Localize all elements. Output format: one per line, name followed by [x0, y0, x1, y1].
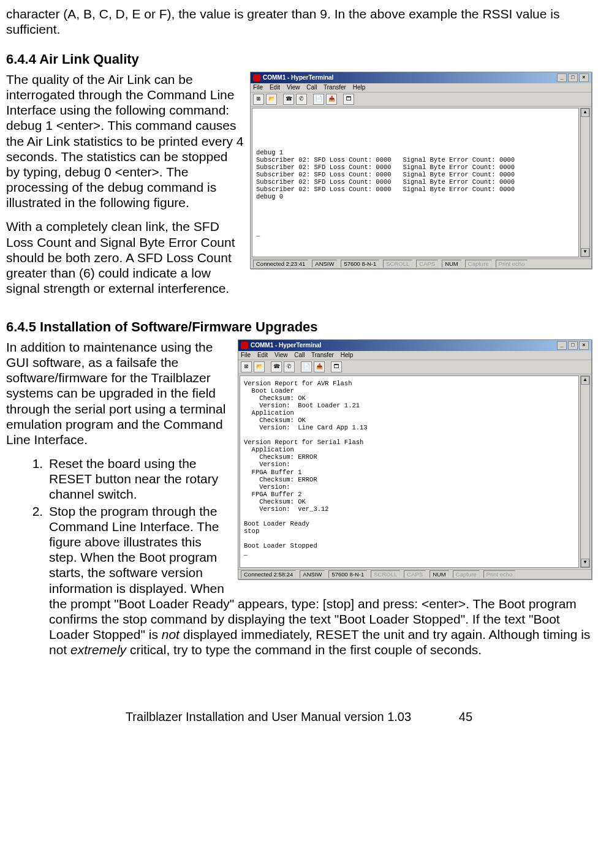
menu-help[interactable]: Help — [353, 84, 366, 91]
hyperterminal-window-version: COMM1 - HyperTerminal _ □ × File Edit Vi… — [238, 339, 592, 579]
section-644-body: COMM1 - HyperTerminal _ □ × File Edit Vi… — [6, 72, 592, 305]
menu-call[interactable]: Call — [306, 84, 317, 91]
hyperterminal-window-debug: COMM1 - HyperTerminal _ □ × File Edit Vi… — [250, 72, 592, 269]
status-detect: ANSIW — [300, 570, 325, 578]
section-645-body: COMM1 - HyperTerminal _ □ × File Edit Vi… — [6, 339, 592, 666]
menu-transfer[interactable]: Transfer — [311, 352, 334, 358]
status-detect: ANSIW — [312, 260, 337, 268]
toolbar-open-icon[interactable]: 📂 — [266, 94, 277, 105]
status-capture: Capture — [453, 570, 480, 578]
toolbar-connect-icon[interactable]: ☎ — [283, 94, 294, 105]
hyperterminal-toolbar: 🗎 📂 ☎ ✆ 📄 📥 🗔 — [251, 92, 591, 107]
step-2-text-c: critical, try to type the command in the… — [126, 643, 482, 657]
toolbar-disconnect-icon[interactable]: ✆ — [296, 94, 307, 105]
footer-title: Trailblazer Installation and User Manual… — [126, 710, 411, 723]
toolbar-send-icon[interactable]: 📄 — [301, 361, 312, 372]
hyperterminal-icon — [241, 342, 248, 349]
scroll-up-icon[interactable]: ▲ — [581, 376, 589, 385]
status-echo: Print echo — [483, 570, 516, 578]
maximize-button[interactable]: □ — [568, 341, 578, 350]
toolbar-connect-icon[interactable]: ☎ — [271, 361, 282, 372]
step-2-not: not — [162, 627, 180, 641]
vertical-scrollbar[interactable]: ▲ ▼ — [580, 376, 590, 568]
intro-partial-paragraph: character (A, B, C, D, E or F), the valu… — [6, 6, 592, 37]
hyperterminal-icon — [253, 74, 260, 81]
scroll-down-icon[interactable]: ▼ — [581, 559, 589, 567]
toolbar-receive-icon[interactable]: 📥 — [314, 361, 325, 372]
hyperterminal-statusbar: Connected 2:23:41 ANSIW 57600 8-N-1 SCRO… — [251, 259, 591, 268]
hyperterminal-menubar[interactable]: File Edit View Call Transfer Help — [238, 351, 591, 360]
menu-file[interactable]: File — [253, 84, 263, 91]
hyperterminal-title: COMM1 - HyperTerminal — [263, 74, 333, 81]
close-button[interactable]: × — [579, 341, 589, 350]
minimize-button[interactable]: _ — [557, 74, 567, 82]
close-button[interactable]: × — [579, 74, 589, 82]
status-echo: Print echo — [496, 260, 528, 268]
menu-help[interactable]: Help — [341, 352, 354, 358]
toolbar-new-icon[interactable]: 🗎 — [241, 361, 252, 372]
status-caps: CAPS — [404, 570, 426, 578]
hyperterminal-terminal-output[interactable]: debug 1 Subscriber 02: SFD Loss Count: 0… — [252, 108, 579, 257]
status-scroll: SCROLL — [383, 260, 412, 268]
status-capture: Capture — [465, 260, 492, 268]
menu-call[interactable]: Call — [294, 352, 305, 358]
menu-file[interactable]: File — [241, 352, 251, 358]
page-footer: Trailblazer Installation and User Manual… — [6, 709, 592, 724]
menu-edit[interactable]: Edit — [270, 84, 280, 91]
hyperterminal-titlebar: COMM1 - HyperTerminal _ □ × — [251, 72, 591, 83]
toolbar-open-icon[interactable]: 📂 — [254, 361, 265, 372]
minimize-button[interactable]: _ — [557, 341, 567, 350]
toolbar-properties-icon[interactable]: 🗔 — [331, 361, 342, 372]
menu-view[interactable]: View — [274, 352, 288, 358]
scroll-down-icon[interactable]: ▼ — [581, 248, 589, 257]
hyperterminal-menubar[interactable]: File Edit View Call Transfer Help — [251, 83, 591, 92]
section-645-heading: 6.4.5 Installation of Software/Firmware … — [6, 319, 592, 335]
step-2-extremely: extremely — [70, 643, 126, 657]
status-caps: CAPS — [416, 260, 438, 268]
section-644-heading: 6.4.4 Air Link Quality — [6, 51, 592, 67]
status-num: NUM — [430, 570, 449, 578]
menu-view[interactable]: View — [287, 84, 300, 91]
hyperterminal-statusbar: Connected 2:58:24 ANSIW 57600 8-N-1 SCRO… — [238, 569, 591, 579]
toolbar-disconnect-icon[interactable]: ✆ — [284, 361, 295, 372]
menu-transfer[interactable]: Transfer — [324, 84, 346, 91]
footer-page-number: 45 — [459, 710, 472, 723]
status-connected: Connected 2:58:24 — [241, 570, 296, 578]
toolbar-send-icon[interactable]: 📄 — [313, 94, 324, 105]
toolbar-new-icon[interactable]: 🗎 — [253, 94, 264, 105]
status-num: NUM — [442, 260, 461, 268]
scroll-up-icon[interactable]: ▲ — [581, 108, 589, 117]
status-connected: Connected 2:23:41 — [253, 260, 308, 268]
hyperterminal-toolbar: 🗎 📂 ☎ ✆ 📄 📥 🗔 — [238, 360, 591, 374]
status-port: 57600 8-N-1 — [328, 570, 367, 578]
hyperterminal-title: COMM1 - HyperTerminal — [251, 342, 321, 349]
status-scroll: SCROLL — [371, 570, 400, 578]
status-port: 57600 8-N-1 — [341, 260, 379, 268]
maximize-button[interactable]: □ — [568, 74, 578, 82]
hyperterminal-titlebar: COMM1 - HyperTerminal _ □ × — [238, 340, 591, 351]
menu-edit[interactable]: Edit — [257, 352, 268, 358]
hyperterminal-terminal-output[interactable]: Version Report for AVR Flash Boot Loader… — [240, 376, 579, 568]
toolbar-properties-icon[interactable]: 🗔 — [343, 94, 354, 105]
vertical-scrollbar[interactable]: ▲ ▼ — [580, 108, 590, 257]
toolbar-receive-icon[interactable]: 📥 — [326, 94, 337, 105]
